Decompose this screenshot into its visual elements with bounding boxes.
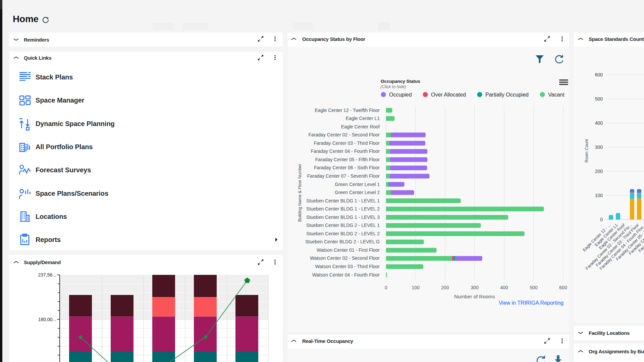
svg-text:(Click to hide): (Click to hide) xyxy=(380,84,406,89)
svg-text:Room Count: Room Count xyxy=(584,139,589,163)
svg-text:200: 200 xyxy=(595,169,603,174)
svg-text:Vacant: Vacant xyxy=(548,92,565,98)
svg-text:Stueben Center BLDG 2 - LEVEL: Stueben Center BLDG 2 - LEVEL G xyxy=(305,239,380,244)
svg-text:Eagle Center 12 - Twelfth Floo: Eagle Center 12 - Twelfth Floor xyxy=(315,108,380,113)
svg-text:View in TRIRIGA Reporting: View in TRIRIGA Reporting xyxy=(499,300,564,306)
svg-text:Watson Center 02 - Second Floo: Watson Center 02 - Second Floor xyxy=(310,255,380,261)
svg-text:Faraday Center 04 - Fourth Flo: Faraday Center 04 - Fourth Floor xyxy=(311,148,380,154)
svg-text:Watson Center 04 - Fourth Floo: Watson Center 04 - Fourth Floor xyxy=(312,272,380,278)
svg-text:300: 300 xyxy=(595,144,603,150)
svg-text:400: 400 xyxy=(500,285,508,290)
svg-text:Eagle Center L1: Eagle Center L1 xyxy=(346,116,380,121)
svg-text:Faraday Center 03 - Third Floo: Faraday Center 03 - Third Floor xyxy=(314,140,380,146)
svg-text:Faraday Center 07 - Seventh Fl: Faraday Center 07 - Seventh Floor xyxy=(307,173,380,179)
svg-text:Faraday Center 02 - Second Flo: Faraday Center 02 - Second Floor xyxy=(309,132,380,137)
svg-text:500: 500 xyxy=(530,285,538,290)
svg-text:Partially Occupied: Partially Occupied xyxy=(485,92,529,98)
svg-text:600: 600 xyxy=(559,285,567,290)
svg-text:Watson Center 03 - Third Floor: Watson Center 03 - Third Floor xyxy=(315,264,380,269)
svg-text:180,00...: 180,00... xyxy=(38,317,57,322)
svg-text:Occupancy Status: Occupancy Status xyxy=(381,79,420,84)
svg-text:Green Center Level 1: Green Center Level 1 xyxy=(335,182,380,187)
svg-text:100: 100 xyxy=(595,193,603,198)
svg-text:100: 100 xyxy=(412,285,420,290)
svg-text:Stueben Center BLDG 2 - LEVEL: Stueben Center BLDG 2 - LEVEL 1 xyxy=(306,223,380,228)
svg-text:Faraday Center 06 - Sixth Floo: Faraday Center 06 - Sixth Floor xyxy=(314,165,380,170)
svg-text:0: 0 xyxy=(385,285,387,290)
svg-text:Occupied: Occupied xyxy=(389,92,412,98)
svg-text:Watson Center 01 - First Floor: Watson Center 01 - First Floor xyxy=(317,247,380,253)
svg-text:500: 500 xyxy=(595,96,603,102)
svg-text:Building Name & Floor Number: Building Name & Floor Number xyxy=(298,164,302,222)
svg-text:Green Center Level 2: Green Center Level 2 xyxy=(335,190,380,195)
svg-text:Stueben Center BLDG 2 - LEVEL: Stueben Center BLDG 2 - LEVEL 2 xyxy=(306,231,380,236)
svg-text:200: 200 xyxy=(441,285,449,290)
svg-text:400: 400 xyxy=(595,120,603,126)
svg-text:Eagle Center Roof: Eagle Center Roof xyxy=(341,124,380,129)
svg-text:300: 300 xyxy=(471,285,479,290)
svg-text:600: 600 xyxy=(595,72,603,77)
svg-text:0: 0 xyxy=(600,217,603,222)
svg-text:Faraday Center 05 - Fifth Floo: Faraday Center 05 - Fifth Floor xyxy=(315,157,380,162)
svg-text:Over Allocated: Over Allocated xyxy=(431,92,466,98)
svg-text:237,56...: 237,56... xyxy=(38,272,57,278)
svg-text:Stueben Center BLDG 1 - LEVEL: Stueben Center BLDG 1 - LEVEL 1 xyxy=(306,198,380,203)
svg-text:Stueben Center BLDG 1 - LEVEL: Stueben Center BLDG 1 - LEVEL 2 xyxy=(306,206,380,212)
svg-text:Stueben Center BLDG 1 - LEVEL: Stueben Center BLDG 1 - LEVEL 3 xyxy=(306,215,380,220)
svg-text:Number of Rooms: Number of Rooms xyxy=(454,294,495,299)
